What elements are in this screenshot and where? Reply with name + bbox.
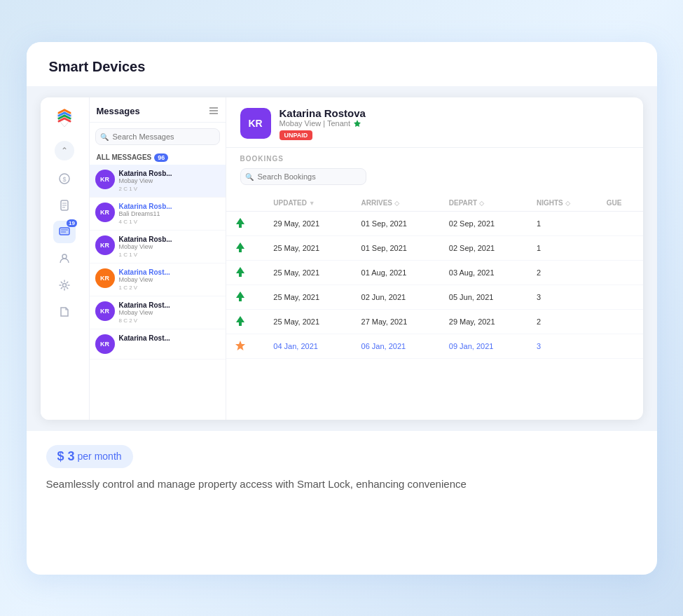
- card-header: Smart Devices: [27, 42, 657, 86]
- row-depart: 29 May, 2021: [441, 309, 528, 334]
- table-row[interactable]: 25 May, 2021 01 Aug, 2021 03 Aug, 2021 2: [226, 260, 643, 285]
- row-nights: 2: [528, 309, 598, 334]
- sidebar-collapse-button[interactable]: ⌃: [55, 141, 74, 160]
- price-amount: $ 3: [57, 449, 75, 464]
- row-gue: [598, 260, 643, 285]
- tree-icon: [235, 242, 246, 253]
- table-row[interactable]: 25 May, 2021 02 Jun, 2021 05 Jun, 2021 3: [226, 285, 643, 309]
- row-nights: 1: [528, 235, 598, 260]
- list-item[interactable]: KR Katarina Rosb... Mobay View 2 C 1 V: [90, 165, 226, 198]
- app-window: ⌃ $ 19: [41, 97, 643, 420]
- tree-icon: [235, 315, 246, 327]
- row-arrives: 02 Jun, 2021: [353, 285, 441, 309]
- message-list: KR Katarina Rosb... Mobay View 2 C 1 V K…: [90, 165, 226, 420]
- sidebar-item-billing[interactable]: $: [53, 167, 76, 190]
- message-meta: 1 C 2 V: [119, 285, 220, 291]
- list-item[interactable]: KR Katarina Rosb... Bali Dreams11 4 C 1 …: [90, 198, 226, 231]
- row-arrives: 06 Jan, 2021: [353, 334, 441, 358]
- col-updated[interactable]: UPDATED ▼: [265, 195, 352, 212]
- avatar: KR: [95, 170, 115, 189]
- message-sender-name: Katarina Rosb...: [119, 235, 220, 243]
- contact-sub: Mobay View | Tenant: [280, 119, 629, 128]
- row-gue: [598, 211, 643, 235]
- avatar: KR: [95, 268, 115, 288]
- row-updated: 04 Jan, 2021: [265, 334, 352, 358]
- svg-marker-17: [236, 218, 244, 228]
- row-depart: 02 Sep, 2021: [441, 211, 528, 235]
- price-period: per month: [78, 451, 122, 462]
- messages-search-input[interactable]: [95, 128, 220, 145]
- list-item[interactable]: KR Katarina Rost... Mobay View 1 C 2 V: [90, 263, 226, 296]
- col-nights[interactable]: NIGHTS ◇: [528, 195, 598, 212]
- svg-marker-16: [354, 120, 361, 127]
- verified-icon: [353, 119, 361, 128]
- row-nights: 1: [528, 211, 598, 235]
- pricing-footer: $ 3 per month Seamlessly control and man…: [27, 431, 657, 509]
- avatar: KR: [95, 301, 115, 321]
- svg-rect-7: [60, 228, 69, 235]
- list-item[interactable]: KR Katarina Rost...: [90, 329, 226, 360]
- message-property: Mobay View: [119, 276, 220, 283]
- row-arrives: 01 Sep, 2021: [353, 235, 441, 260]
- col-depart[interactable]: DEPART ◇: [441, 195, 528, 212]
- bookings-search-input[interactable]: [240, 168, 366, 185]
- row-icon: [226, 235, 265, 260]
- sidebar-item-files[interactable]: [53, 301, 76, 323]
- row-updated: 29 May, 2021: [265, 211, 352, 235]
- row-updated: 25 May, 2021: [265, 235, 352, 260]
- sidebar-item-documents[interactable]: [53, 194, 76, 217]
- row-gue: [598, 309, 643, 334]
- col-gue[interactable]: GUE: [598, 195, 643, 212]
- menu-icon[interactable]: [209, 106, 219, 116]
- app-logo[interactable]: [52, 106, 77, 131]
- message-property: Mobay View: [119, 243, 220, 250]
- bookings-label: BOOKINGS: [240, 155, 629, 163]
- sidebar-item-users[interactable]: [53, 247, 76, 270]
- row-gue: [598, 334, 643, 358]
- message-sender-name: Katarina Rost...: [119, 334, 220, 342]
- svg-point-12: [63, 283, 67, 287]
- row-depart: 02 Sep, 2021: [441, 235, 528, 260]
- row-icon: [226, 285, 265, 309]
- message-meta: 1 C 1 V: [119, 252, 220, 258]
- row-gue: [598, 235, 643, 260]
- sidebar-item-messages[interactable]: 19: [53, 221, 76, 243]
- all-messages-label: ALL MESSAGES 96: [90, 151, 226, 165]
- row-updated: 25 May, 2021: [265, 285, 352, 309]
- message-sender-name: Katarina Rost...: [119, 301, 220, 309]
- avatar: KR: [240, 108, 271, 139]
- svg-marker-19: [236, 267, 244, 277]
- list-item[interactable]: KR Katarina Rost... Mobay View 8 C 2 V: [90, 296, 226, 329]
- messages-search-container: 🔍: [95, 128, 220, 145]
- table-row[interactable]: 25 May, 2021 01 Sep, 2021 02 Sep, 2021 1: [226, 235, 643, 260]
- list-item[interactable]: KR Katarina Rosb... Mobay View 1 C 1 V: [90, 231, 226, 263]
- status-badge: UNPAID: [280, 130, 313, 140]
- col-arrives[interactable]: ARRIVES ◇: [353, 195, 441, 212]
- search-icon: 🔍: [100, 132, 109, 140]
- message-sender-name: Katarina Rost...: [119, 268, 220, 276]
- row-icon: [226, 309, 265, 334]
- bookings-section: BOOKINGS 🔍: [226, 148, 643, 195]
- svg-marker-20: [236, 292, 244, 301]
- row-updated: 25 May, 2021: [265, 309, 352, 334]
- message-meta: 8 C 2 V: [119, 317, 220, 324]
- message-property: Mobay View: [119, 309, 220, 316]
- page-title: Smart Devices: [49, 59, 635, 75]
- message-content: Katarina Rost... Mobay View 1 C 2 V: [119, 268, 220, 291]
- sidebar-item-settings[interactable]: [53, 274, 76, 296]
- avatar: KR: [95, 334, 115, 354]
- bookings-table-container: UPDATED ▼ ARRIVES ◇ DEPART ◇ NIGHTS ◇ GU…: [226, 195, 643, 420]
- row-arrives: 01 Aug, 2021: [353, 260, 441, 285]
- svg-text:$: $: [62, 176, 66, 183]
- row-nights: 3: [528, 334, 598, 358]
- table-row[interactable]: 25 May, 2021 27 May, 2021 29 May, 2021 2: [226, 309, 643, 334]
- col-icon: [226, 195, 265, 212]
- table-row[interactable]: 04 Jan, 2021 06 Jan, 2021 09 Jan, 2021 3: [226, 334, 643, 358]
- table-row[interactable]: 29 May, 2021 01 Sep, 2021 02 Sep, 2021 1: [226, 211, 643, 235]
- main-content: KR Katarina Rostova Mobay View | Tenant …: [226, 97, 643, 420]
- star-icon: [235, 340, 246, 351]
- message-sender-name: Katarina Rosb...: [119, 170, 220, 177]
- message-content: Katarina Rost... Mobay View 8 C 2 V: [119, 301, 220, 324]
- row-icon: [226, 211, 265, 235]
- message-content: Katarina Rost...: [119, 334, 220, 343]
